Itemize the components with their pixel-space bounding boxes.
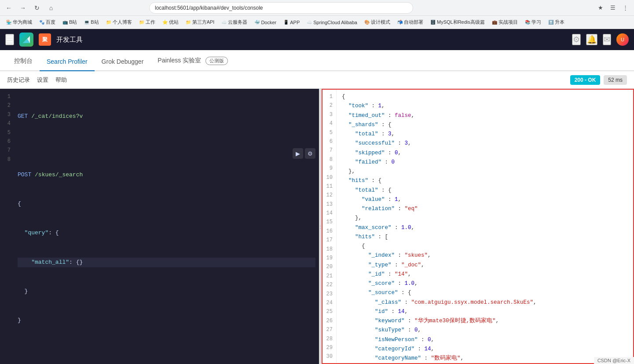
settings-button[interactable]: 设置	[37, 74, 48, 86]
bookmark-api[interactable]: 📁 第三方API	[183, 18, 217, 26]
tab-bar: 控制台 Search Profiler Grok Debugger Painle…	[0, 50, 634, 71]
tab-grok-debugger[interactable]: Grok Debugger	[95, 53, 151, 71]
line-numbers: 1 2 3 4 5 6 7 8	[0, 89, 14, 364]
bookmark-app[interactable]: 📱 APP	[281, 19, 302, 26]
result-line: "hits" : {	[342, 176, 628, 186]
browser-bar: ← → ↻ ⌂ localhost:5601/app/kibana#/dev_t…	[0, 0, 634, 16]
bookmark-cloud[interactable]: ☁️ 云服务器	[219, 18, 250, 26]
bookmark-label: 个人博客	[113, 19, 132, 25]
browser-menu-button[interactable]: ⋮	[620, 3, 630, 13]
result-line: "timed_out" : false,	[342, 111, 628, 120]
bookmark-icon: 📺	[62, 20, 68, 25]
toolbar: 历史记录 设置 帮助 200 - OK 52 ms	[0, 71, 634, 89]
bookmark-yousite[interactable]: ⭐ 优站	[160, 18, 181, 26]
bookmark-label: MySQL和Redis高级篇	[437, 19, 485, 25]
bookmark-blog[interactable]: 📁 个人博客	[103, 18, 135, 26]
bookmark-icon: 💼	[492, 20, 497, 25]
bookmark-bilibili[interactable]: 📺 B站	[60, 18, 80, 26]
result-line: "_source" : {	[342, 288, 628, 298]
bookmark-huawei[interactable]: 🏪 华为商城	[4, 18, 35, 26]
result-line: "categoryId" : 14,	[342, 345, 628, 354]
result-line: },	[342, 167, 628, 176]
nav-refresh-button[interactable]: ↻	[32, 3, 42, 13]
help-button[interactable]: 帮助	[55, 74, 67, 86]
history-button[interactable]: 历史记录	[7, 74, 30, 86]
bookmark-icon: 🐳	[254, 20, 260, 25]
bookmark-icon: 📁	[186, 20, 191, 25]
bookmark-label: B站	[69, 19, 77, 25]
bookmark-label: 百度	[46, 19, 55, 25]
bookmark-icon: 📁	[139, 20, 144, 25]
bookmark-label: 工作	[146, 19, 155, 25]
bookmark-label: 实战项目	[498, 19, 518, 25]
nav-back-button[interactable]: ←	[4, 3, 14, 13]
bookmark-icon: ⬆️	[548, 20, 553, 25]
bookmark-b2[interactable]: 💻 B站	[81, 18, 101, 26]
bookmark-label: 设计模式	[371, 19, 390, 25]
bookmarks-bar: 🏪 华为商城 🐾 百度 📺 B站 💻 B站 📁 个人博客 📁 工作 ⭐ 优站 📁…	[0, 16, 634, 29]
result-line: {	[342, 242, 628, 251]
result-line: "keyword" : "华为mate30保时捷,数码家电",	[342, 317, 628, 326]
bookmark-mysql[interactable]: 🗄️ MySQL和Redis高级篇	[428, 18, 487, 26]
code-line-5: "query": {	[18, 228, 315, 238]
editor-content[interactable]: 1 2 3 4 5 6 7 8 GET /_cat/indices?v POST…	[0, 89, 319, 364]
tab-painless[interactable]: Painless 实验室 公测版	[150, 51, 235, 71]
bookmark-deploy[interactable]: 📬 自动部署	[395, 18, 426, 26]
bookmark-icon: ☁️	[221, 20, 227, 25]
tab-console[interactable]: 控制台	[7, 52, 40, 71]
bookmark-design[interactable]: 🎨 设计模式	[362, 18, 393, 26]
run-button[interactable]: ▶	[293, 148, 303, 159]
result-line: "isNewPerson" : 0,	[342, 335, 628, 345]
nav-forward-button[interactable]: →	[18, 3, 28, 13]
result-line: "categoryName" : "数码家电",	[342, 354, 628, 363]
code-line-2	[18, 141, 315, 150]
topbar-right: ⚙ 🔔 ✉ U	[572, 33, 629, 46]
bookmark-work[interactable]: 📁 工作	[136, 18, 158, 26]
settings-icon[interactable]: ⚙	[572, 34, 581, 45]
time-badge: 52 ms	[604, 75, 627, 85]
bookmark-label: 优站	[169, 19, 179, 25]
user-badge: 聚	[39, 33, 51, 46]
bookmark-label: Docker	[261, 20, 276, 25]
result-line: "_class" : "com.atguigu.ssyx.model.searc…	[342, 298, 628, 307]
bookmark-project[interactable]: 💼 实战项目	[489, 18, 520, 26]
bookmark-study[interactable]: 📚 学习	[522, 18, 544, 26]
browser-star-button[interactable]: ★	[595, 3, 606, 13]
mail-icon[interactable]: ✉	[603, 34, 611, 45]
notifications-icon[interactable]: 🔔	[586, 34, 597, 45]
bookmark-springcloud[interactable]: ☁️ SpringCloud Alibaba	[304, 19, 360, 26]
tab-search-profiler[interactable]: Search Profiler	[40, 53, 95, 71]
result-line: "_score" : 1.0,	[342, 279, 628, 288]
result-line-numbers: 12345 678910 1112131415 1617181920 21222…	[322, 90, 337, 363]
bookmark-label: 云服务器	[228, 19, 247, 25]
nav-home-button[interactable]: ⌂	[46, 3, 56, 13]
browser-extensions-button[interactable]: ☰	[608, 3, 618, 13]
kibana-logo-svg	[22, 35, 31, 44]
bookmark-baidu[interactable]: 🐾 百度	[37, 18, 58, 26]
avatar[interactable]: U	[616, 33, 629, 46]
main-content: 1 2 3 4 5 6 7 8 GET /_cat/indices?v POST…	[0, 89, 634, 364]
result-line: "successful" : 3,	[342, 139, 628, 148]
result-line: "_index" : "skues",	[342, 251, 628, 260]
url-text: localhost:5601/app/kibana#/dev_tools/con…	[155, 5, 263, 11]
bookmark-label: 华为商城	[13, 19, 32, 25]
result-line: "_type" : "_doc",	[342, 261, 628, 270]
bookmark-shengben[interactable]: ⬆️ 升本	[546, 18, 567, 26]
editor-actions: ▶ ⚙	[293, 148, 315, 159]
result-line: "_shards" : {	[342, 120, 628, 130]
address-bar[interactable]: localhost:5601/app/kibana#/dev_tools/con…	[149, 2, 413, 14]
result-line: "value" : 1,	[342, 195, 628, 204]
bookmark-label: 升本	[555, 19, 564, 25]
browser-actions: ★ ☰ ⋮	[595, 3, 630, 13]
kibana-logo	[19, 33, 33, 47]
bookmark-icon: ☁️	[307, 20, 312, 25]
bookmark-label: 学习	[531, 19, 541, 25]
code-area[interactable]: GET /_cat/indices?v POST /skues/_search …	[14, 89, 319, 364]
painless-badge: 公测版	[205, 57, 228, 65]
bookmark-icon: 📬	[397, 20, 403, 25]
bookmark-docker[interactable]: 🐳 Docker	[252, 19, 279, 26]
tools-button[interactable]: ⚙	[305, 148, 315, 159]
results-content[interactable]: 12345 678910 1112131415 1617181920 21222…	[322, 90, 633, 363]
menu-icon[interactable]: ☰	[5, 34, 14, 45]
code-line-3: POST /skues/_search	[18, 170, 315, 180]
